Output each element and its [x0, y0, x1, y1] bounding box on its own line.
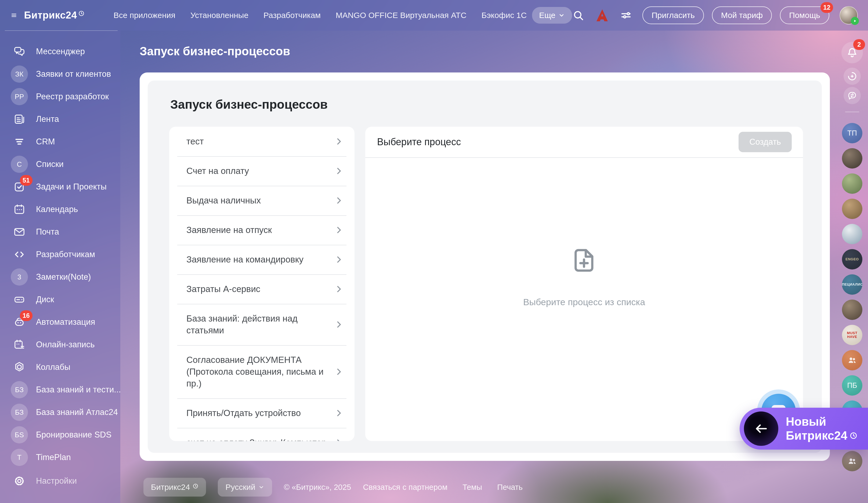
sidebar-item[interactable]: БЗ База знаний Атлас24: [11, 401, 120, 423]
chevron-right-icon: [334, 438, 344, 441]
chat-arrows-icon: [847, 91, 857, 101]
create-button[interactable]: Создать: [738, 132, 792, 152]
sidebar-item-label: Почта: [36, 227, 59, 237]
gear-icon: [11, 472, 28, 490]
process-list-item[interactable]: База знаний: действия над статьями: [169, 304, 354, 345]
app-logo[interactable]: Битрикс24: [24, 10, 85, 21]
banner-back-button[interactable]: [744, 411, 778, 446]
rail-avatar[interactable]: ENGEO: [842, 249, 862, 270]
footer-brand-pill[interactable]: Битрикс24: [143, 478, 206, 496]
clock-icon: [193, 483, 198, 489]
rail-avatar[interactable]: ПБ: [842, 375, 862, 396]
footer-link[interactable]: Печать: [497, 483, 523, 492]
top-nav-item[interactable]: Разработчикам: [264, 11, 321, 20]
process-list-item[interactable]: Заявление на отпуск: [169, 215, 354, 245]
sidebar-item-settings[interactable]: Настройки: [11, 470, 120, 492]
topbar-action-button[interactable]: Помощь 12: [780, 7, 829, 24]
user-avatar[interactable]: [839, 6, 858, 24]
sidebar-item[interactable]: Диск: [11, 288, 120, 311]
process-list-item[interactable]: Согласование ДОКУМЕНТА (Протокола совеща…: [169, 345, 354, 398]
notification-badge: 12: [820, 2, 833, 13]
topbar-action-label: Мой тариф: [721, 11, 763, 20]
sidebar-item[interactable]: Онлайн-запись: [11, 333, 120, 356]
sidebar-item-label: Мессенджер: [36, 47, 85, 56]
card-heading: Запуск бизнес-процессов: [148, 81, 822, 112]
sidebar-item[interactable]: Лента: [11, 108, 120, 130]
sidebar-item-label: Диск: [36, 295, 54, 304]
rail-avatar-text: ENGEO: [846, 258, 859, 261]
menu-icon[interactable]: [11, 9, 17, 21]
sidebar-item[interactable]: Мессенджер: [11, 40, 120, 63]
sidebar-item-icon: [11, 111, 28, 128]
sidebar-item[interactable]: 51 Задачи и Проекты: [11, 176, 120, 198]
process-list-item[interactable]: тест: [169, 127, 354, 156]
rail-avatar[interactable]: [842, 174, 862, 194]
rail-avatar[interactable]: ТП: [842, 123, 862, 143]
sidebar-item[interactable]: ЗК Заявки от клиентов: [11, 63, 120, 85]
process-list-item[interactable]: Принять/Отдать устройство: [169, 398, 354, 428]
sidebar-item[interactable]: С Списки: [11, 153, 120, 176]
chevron-right-icon: [334, 166, 344, 176]
rail-avatar[interactable]: MUST HAVE: [842, 325, 862, 345]
notifications-button[interactable]: 2: [841, 42, 863, 63]
top-nav-item[interactable]: Все приложения: [114, 11, 175, 20]
sidebar-item[interactable]: БS Бронирование SDS: [11, 423, 120, 446]
top-nav-item[interactable]: MANGO OFFICE Виртуальная АТС: [336, 11, 466, 20]
chevron-right-icon: [334, 408, 344, 418]
sidebar-item[interactable]: Почта: [11, 221, 120, 243]
rail-avatar[interactable]: [842, 350, 862, 370]
sliders-icon[interactable]: [620, 9, 632, 21]
chevron-right-icon: [334, 367, 344, 377]
top-nav-item[interactable]: Бэкофис 1С: [482, 11, 527, 20]
sidebar-item[interactable]: CRM: [11, 130, 120, 153]
process-label: Выдача наличных: [186, 195, 334, 207]
process-list-item[interactable]: Счет на оплату: [169, 156, 354, 186]
rail-avatar-text: СПЕЦИАЛИСТ: [842, 283, 862, 286]
search-icon[interactable]: [572, 9, 585, 21]
sidebar-item-label: Бронирование SDS: [36, 430, 112, 440]
rail-avatar[interactable]: [842, 199, 862, 219]
sidebar-glyph-icon: [13, 338, 25, 351]
rail-avatar[interactable]: [842, 148, 862, 169]
new-bitrix24-banner[interactable]: Новый Битрикс24: [740, 408, 868, 450]
process-label: тест: [186, 136, 334, 147]
top-nav-item[interactable]: Установленные: [190, 11, 248, 20]
footer-link[interactable]: Связаться с партнером: [363, 483, 447, 492]
language-selector[interactable]: Русский: [218, 478, 272, 496]
footer-brand-label: Битрикс24: [151, 483, 190, 492]
sidebar-item-label: Заметки(Note): [36, 272, 91, 282]
rail-avatar[interactable]: [842, 300, 862, 320]
sidebar-item[interactable]: Разработчикам: [11, 243, 120, 266]
sidebar-item[interactable]: 16 Автоматизация: [11, 311, 120, 333]
rail-avatar[interactable]: [842, 451, 862, 471]
people-icon: [847, 355, 858, 366]
sidebar-item[interactable]: РР Реестр разработок: [11, 85, 120, 108]
process-list-item[interactable]: Выдача наличных: [169, 186, 354, 215]
sidebar-item-icon: [11, 246, 28, 263]
sidebar-item-label: CRM: [36, 137, 55, 147]
sidebar-item[interactable]: БЗ База знаний и тести...: [11, 378, 120, 401]
topbar-action-button[interactable]: Мой тариф: [712, 7, 772, 24]
more-menu-button[interactable]: Еще: [532, 7, 572, 24]
sidebar-item-icon: ЗК: [11, 65, 28, 83]
sidebar-item[interactable]: 3 Заметки(Note): [11, 266, 120, 288]
page-title: Запуск бизнес-процессов: [140, 44, 290, 58]
copilot-button[interactable]: [844, 67, 861, 85]
process-list-item[interactable]: Затраты А-сервис: [169, 274, 354, 304]
chevron-right-icon: [334, 320, 344, 329]
sidebar-item-label: Коллабы: [36, 362, 70, 372]
rail-avatar[interactable]: СПЕЦИАЛИСТ: [842, 274, 862, 295]
people-icon: [847, 456, 858, 467]
topbar-action-button[interactable]: Пригласить: [642, 7, 704, 24]
sidebar-letter-avatar: БS: [11, 426, 28, 443]
sidebar-item[interactable]: Календарь: [11, 198, 120, 221]
messenger-transfer-button[interactable]: [844, 87, 861, 104]
sidebar-item[interactable]: Коллабы: [11, 356, 120, 378]
footer: Битрикс24 Русский © «Битрикс», 2025 Связ…: [143, 478, 523, 496]
footer-link[interactable]: Темы: [463, 483, 482, 492]
process-list-item[interactable]: счет на оплату Зингер-Компьютер: [169, 428, 354, 441]
sidebar-item[interactable]: Т TimePlan: [11, 446, 120, 469]
rail-avatar[interactable]: [842, 224, 862, 244]
process-list-item[interactable]: Заявление на командировку: [169, 245, 354, 274]
marketplace-a-logo[interactable]: [595, 8, 610, 23]
